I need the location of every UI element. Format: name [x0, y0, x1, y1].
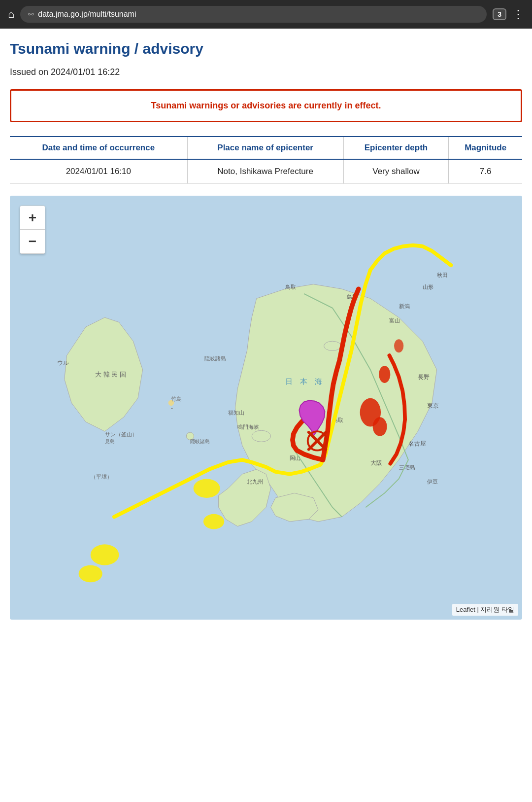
cell-depth: Very shallow	[343, 159, 449, 184]
page-title: Tsunami warning / advisory	[10, 40, 522, 57]
svg-text:山形: 山形	[423, 284, 433, 290]
svg-point-41	[203, 514, 224, 529]
svg-point-4	[252, 430, 271, 442]
svg-text:見島: 見島	[105, 439, 115, 444]
menu-icon[interactable]: ⋮	[512, 7, 524, 21]
svg-point-38	[379, 366, 390, 383]
svg-text:伊豆: 伊豆	[427, 479, 438, 485]
svg-text:（平壌）: （平壌）	[91, 474, 112, 480]
svg-text:鳴門海峡: 鳴門海峡	[237, 424, 259, 430]
cell-datetime: 2024/01/01 16:10	[10, 159, 187, 184]
svg-text:名古屋: 名古屋	[408, 441, 426, 447]
svg-text:•: •	[171, 406, 172, 411]
svg-text:東京: 東京	[427, 402, 439, 409]
svg-text:隠岐諸島: 隠岐諸島	[190, 439, 210, 444]
tab-count-badge[interactable]: 3	[493, 8, 506, 20]
zoom-out-button[interactable]: −	[20, 230, 45, 253]
svg-text:鳥取: 鳥取	[285, 284, 296, 290]
svg-text:新潟: 新潟	[399, 303, 410, 309]
svg-text:大 韓 民 国: 大 韓 民 国	[95, 371, 126, 378]
table-header-row: Date and time of occurrence Place name o…	[10, 137, 522, 159]
home-icon[interactable]: ⌂	[8, 8, 14, 21]
svg-point-43	[79, 565, 102, 583]
map-zoom-controls: + −	[20, 206, 45, 254]
svg-text:北九州: 北九州	[247, 479, 263, 485]
col-header-magnitude: Magnitude	[449, 137, 522, 159]
svg-text:ウル: ウル	[57, 360, 69, 366]
svg-text:福知山: 福知山	[228, 410, 244, 416]
cell-magnitude: 7.6	[449, 159, 522, 184]
col-header-place: Place name of epicenter	[187, 137, 343, 159]
col-header-depth: Epicenter depth	[343, 137, 449, 159]
svg-text:大阪: 大阪	[370, 460, 382, 466]
svg-text:竹島: 竹島	[171, 396, 182, 402]
map-svg: 大 韓 民 国 ウル 竹島 • 隠岐諸島 サン（釜山） 見島 日 本 海 隠岐諸…	[10, 196, 522, 620]
svg-text:三宅島: 三宅島	[399, 464, 415, 470]
cell-place: Noto, Ishikawa Prefecture	[187, 159, 343, 184]
svg-point-42	[91, 544, 119, 565]
address-bar[interactable]: ⚯ data.jma.go.jp/multi/tsunami	[20, 6, 487, 23]
zoom-in-button[interactable]: +	[20, 206, 45, 230]
connection-icon: ⚯	[28, 10, 34, 18]
svg-point-39	[394, 339, 403, 352]
url-text: data.jma.go.jp/multi/tsunami	[38, 10, 136, 19]
svg-text:サン（釜山）: サン（釜山）	[105, 431, 137, 437]
earthquake-table: Date and time of occurrence Place name o…	[10, 136, 522, 184]
svg-point-40	[194, 479, 220, 498]
table-row: 2024/01/01 16:10 Noto, Ishikawa Prefectu…	[10, 159, 522, 184]
warning-message: Tsunami warnings or advisories are curre…	[151, 101, 381, 110]
warning-box: Tsunami warnings or advisories are curre…	[10, 89, 522, 122]
svg-text:隠岐諸島: 隠岐諸島	[204, 355, 226, 361]
tsunami-map: 大 韓 民 国 ウル 竹島 • 隠岐諸島 サン（釜山） 見島 日 本 海 隠岐諸…	[10, 196, 522, 620]
svg-text:富山: 富山	[389, 317, 400, 323]
svg-point-37	[373, 417, 387, 436]
svg-point-5	[324, 341, 341, 350]
col-header-datetime: Date and time of occurrence	[10, 137, 187, 159]
svg-text:秋田: 秋田	[437, 272, 448, 278]
issued-date: Issued on 2024/01/01 16:22	[10, 67, 522, 77]
svg-text:長野: 長野	[418, 374, 430, 380]
page-content: Tsunami warning / advisory Issued on 202…	[0, 29, 532, 631]
map-attribution: Leaflet | 지리원 타일	[452, 604, 518, 616]
svg-text:日　本　海: 日 本 海	[285, 377, 322, 385]
browser-chrome: ⌂ ⚯ data.jma.go.jp/multi/tsunami 3 ⋮	[0, 0, 532, 29]
